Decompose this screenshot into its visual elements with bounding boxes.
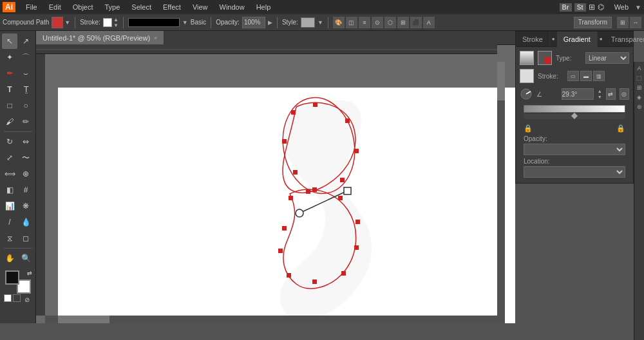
align-icon[interactable]: ≡ [359, 17, 370, 28]
scale-tool[interactable]: ⤢ [2, 150, 17, 165]
menu-help[interactable]: Help [251, 2, 276, 12]
ellipse-tool[interactable]: ○ [18, 98, 33, 113]
stroke-style-arrow[interactable]: ▼ [182, 19, 188, 26]
style-swatch[interactable] [301, 17, 315, 28]
document-tab[interactable]: Untitled-1* @ 50% (RGB/Preview) × [36, 31, 164, 45]
menu-view[interactable]: View [187, 2, 213, 12]
stock-icon[interactable]: St [574, 3, 586, 12]
mesh-tool[interactable]: # [18, 182, 33, 198]
rt-icon-5[interactable]: ⊛ [636, 103, 643, 111]
menu-type[interactable]: Type [100, 2, 126, 12]
lock-left-icon[interactable]: 🔒 [524, 124, 533, 133]
fill-color-icon[interactable] [4, 294, 12, 302]
path-icon[interactable]: ⊙ [372, 17, 383, 28]
stroke-color-icon[interactable] [13, 294, 21, 302]
rotate-tool[interactable]: ↻ [2, 134, 17, 149]
eraser-tool[interactable]: ◻ [18, 231, 33, 246]
rt-icon-2[interactable]: ⬚ [636, 74, 643, 82]
chart-tool[interactable]: 📊 [2, 198, 17, 214]
menu-window[interactable]: Window [214, 2, 250, 12]
second-swatch[interactable] [538, 51, 552, 65]
gradient-tool[interactable]: ◧ [2, 182, 17, 198]
select-tool[interactable]: ↖ [2, 33, 17, 49]
stroke-icon3[interactable]: ▥ [593, 71, 605, 81]
shape-builder-tool[interactable]: ⊕ [18, 166, 33, 182]
opacity-input[interactable] [242, 17, 265, 28]
gradient-tab[interactable]: Gradient [557, 32, 598, 47]
stroke-swatch2[interactable] [520, 69, 534, 83]
fill-swatch[interactable] [52, 17, 63, 28]
hand-tool[interactable]: ✋ [2, 250, 17, 266]
rect-tool[interactable]: □ [2, 98, 17, 113]
type-icon2[interactable]: A [423, 17, 435, 28]
vertical-scrollbar[interactable] [497, 62, 505, 323]
select-same-icon[interactable]: ◫ [346, 17, 357, 28]
pen-tool[interactable]: ✒ [2, 66, 17, 81]
fg-swatch[interactable] [5, 270, 19, 285]
stroke-tab[interactable]: Stroke [516, 32, 550, 47]
eyedropper-tool[interactable]: 💧 [18, 214, 33, 230]
rt-icon-4[interactable]: ◈ [636, 93, 643, 101]
stroke-up[interactable]: ▲▼ [113, 17, 118, 28]
style-arrow[interactable]: ▼ [317, 19, 323, 26]
art-icon[interactable]: ⬛ [410, 17, 422, 28]
lasso-tool[interactable]: ⌒ [18, 50, 33, 65]
slider-track[interactable] [524, 114, 625, 119]
pencil-tool[interactable]: ✏ [18, 114, 33, 129]
rt-icon-3[interactable]: ⊞ [636, 84, 643, 91]
transform-btn[interactable]: Transform [574, 17, 612, 28]
no-color-icon[interactable]: ⊘ [22, 294, 32, 305]
angle-input[interactable] [562, 88, 594, 100]
menu-select[interactable]: Select [126, 2, 156, 12]
opacity-arrow[interactable]: ▶ [268, 19, 272, 26]
direct-select-tool[interactable]: ↗ [18, 33, 33, 49]
curvature-tool[interactable]: ⌣ [18, 66, 33, 81]
warp-tool[interactable]: 〜 [18, 150, 33, 165]
menu-file[interactable]: File [21, 2, 43, 12]
transform-icon2[interactable]: ↔ [630, 17, 641, 28]
touch-type-tool[interactable]: T̤ [18, 82, 33, 97]
env-icon[interactable]: ⊞ [397, 17, 409, 28]
stroke-icon1[interactable]: ▭ [567, 71, 579, 81]
gradient-bar[interactable] [524, 105, 625, 113]
radial-option-icon[interactable]: ◎ [620, 88, 629, 100]
opacity-prop-select[interactable] [524, 144, 625, 155]
reverse-gradient-icon[interactable]: ⇄ [606, 88, 616, 100]
paintbrush-tool[interactable]: 🖌 [2, 114, 17, 129]
menu-effect[interactable]: Effect [158, 2, 186, 12]
tab-close-btn[interactable]: × [154, 35, 157, 41]
lock-right-icon[interactable]: 🔒 [616, 124, 625, 133]
vscroll-thumb[interactable] [497, 62, 505, 100]
horizontal-scrollbar[interactable] [45, 316, 497, 323]
bridge-icon[interactable]: Br [560, 3, 572, 12]
gradient-midpoint-handle[interactable] [571, 113, 578, 119]
type-select[interactable]: Linear [585, 52, 629, 64]
menu-edit[interactable]: Edit [44, 2, 66, 12]
symbol-tool[interactable]: ❋ [18, 198, 33, 214]
angle-spinner[interactable]: ▲ ▼ [598, 88, 602, 100]
menu-object[interactable]: Object [68, 2, 99, 12]
blend-tool[interactable]: ⧖ [2, 231, 17, 246]
magic-wand-tool[interactable]: ✦ [2, 50, 17, 65]
workspace-arrow[interactable]: ▼ [635, 4, 641, 11]
sync-icon[interactable]: ⌬ [598, 3, 604, 12]
transform-icon1[interactable]: ⊞ [617, 17, 629, 28]
transform-button[interactable]: Transform [574, 17, 612, 28]
hscroll-thumb[interactable] [58, 316, 109, 323]
shape-icon[interactable]: ⬡ [384, 17, 396, 28]
recolor-icon[interactable]: 🎨 [333, 17, 345, 28]
swap-colors-icon[interactable]: ⇄ [27, 270, 32, 276]
canvas-scroll-area[interactable] [45, 68, 515, 323]
zoom-tool[interactable]: 🔍 [18, 250, 33, 266]
reflect-tool[interactable]: ⇔ [18, 134, 33, 149]
stroke-swatch[interactable] [103, 18, 112, 27]
fill-arrow[interactable]: ▼ [64, 19, 70, 26]
type-tool[interactable]: T [2, 82, 17, 97]
rt-icon-1[interactable]: A [636, 64, 643, 72]
grid-icon[interactable]: ⊞ [589, 3, 595, 12]
gradient-preview-swatch[interactable] [520, 51, 534, 65]
width-tool[interactable]: ⟺ [2, 166, 17, 182]
transparency-tab[interactable]: Transparen [605, 32, 644, 47]
workspace-selector[interactable]: Web [609, 2, 634, 12]
stroke-icon2[interactable]: ▬ [580, 71, 592, 81]
